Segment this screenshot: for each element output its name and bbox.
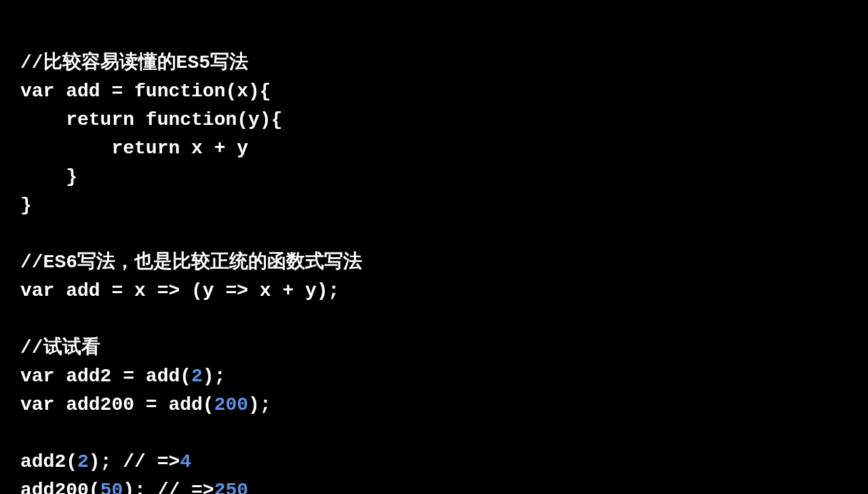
code-editor: //比较容易读懂的ES5写法 var add = function(x){ re… [20,20,848,494]
blank-line [20,309,32,330]
code-text: ); [248,394,271,415]
number-literal: 200 [214,394,248,415]
code-line: return function(y){ [20,109,282,130]
code-text: var add2 = add( [20,366,191,387]
comment-es5: //比较容易读懂的ES5写法 [20,52,248,73]
code-line: add2(2); // =>4 [20,451,191,472]
number-literal: 50 [100,480,123,494]
code-line: var add = function(x){ [20,81,271,102]
blank-line [20,423,32,444]
number-literal: 4 [180,451,191,472]
code-line: var add = x => (y => x + y); [20,280,339,301]
code-text: ); [203,366,226,387]
code-text: ); // => [89,451,180,472]
code-line: add200(50); // =>250 [20,480,248,494]
code-line: } [20,195,32,216]
code-text: var add200 = add( [20,394,214,415]
number-literal: 2 [77,451,89,472]
code-text: add200( [20,480,100,494]
number-literal: 250 [214,480,248,494]
code-line: var add2 = add(2); [20,366,225,387]
comment-try: //试试看 [20,337,100,358]
code-line: var add200 = add(200); [20,394,271,415]
code-line: } [20,166,77,187]
comment-es6: //ES6写法，也是比较正统的函数式写法 [20,252,362,273]
code-line: return x + y [20,138,248,159]
code-text: add2( [20,451,77,472]
code-text: ); // => [123,480,214,494]
blank-line [20,223,32,244]
number-literal: 2 [191,366,203,387]
